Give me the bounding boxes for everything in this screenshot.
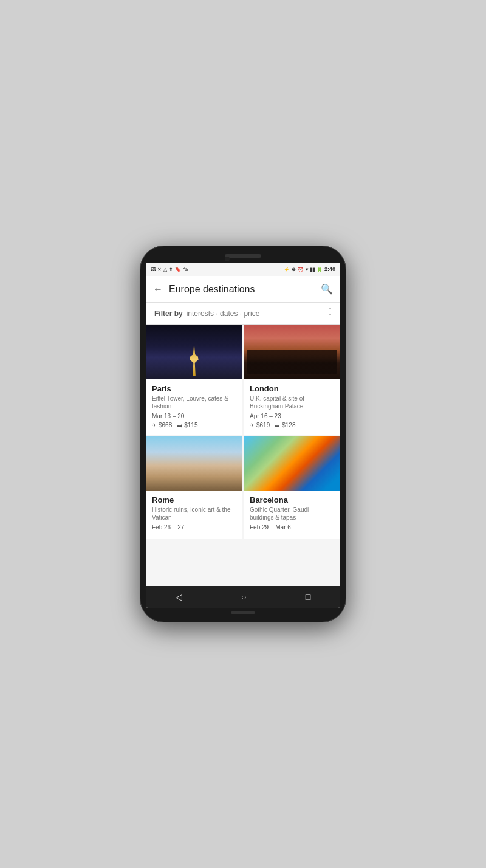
page-title: Europe destinations [169,284,315,295]
status-bar: 🖼 ✕ △ ⬆ 🔖 🛍 ⚡ ⊖ ⏰ ▾ ▮▮ 🔋 2:40 [146,263,340,276]
phone-speaker [225,254,261,258]
bluetooth-icon: ⚡ [284,267,290,272]
recent-nav-button[interactable]: □ [298,588,318,605]
app-bar: ← Europe destinations 🔍 [146,276,340,303]
rome-image [146,436,242,491]
paris-flight-price: ✈ $668 [152,422,172,429]
hotel-icon: 🛏 [177,422,182,429]
img-status-icon: 🖼 [151,267,156,272]
status-icons-right: ⚡ ⊖ ⏰ ▾ ▮▮ 🔋 2:40 [284,266,335,272]
destination-card-london[interactable]: London U.K. capital & site of Buckingham… [244,325,340,435]
phone-device: 🖼 ✕ △ ⬆ 🔖 🛍 ⚡ ⊖ ⏰ ▾ ▮▮ 🔋 2:40 ← Europe d… [140,246,346,622]
barcelona-image [244,436,340,491]
back-nav-button[interactable]: ◁ [168,588,190,605]
paris-prices: ✈ $668 🛏 $115 [152,422,236,429]
signal-icon: ▮▮ [310,267,315,272]
london-flight-price: ✈ $619 [250,422,270,429]
filter-bar[interactable]: Filter by interests · dates · price ˄ ˅ [146,303,340,325]
phone-bottom-bar [231,611,255,614]
rome-desc: Historic ruins, iconic art & the Vatican [152,506,236,522]
bookmark-status-icon: 🔖 [175,267,181,272]
phone-camera [225,257,230,261]
flight-icon-london: ✈ [250,422,255,429]
paris-info: Paris Eiffel Tower, Louvre, cafes & fash… [146,379,242,435]
destinations-row-1: Paris Eiffel Tower, Louvre, cafes & fash… [146,325,340,435]
paris-city: Paris [152,384,236,393]
rome-dates: Feb 26 – 27 [152,524,236,531]
filter-label: Filter by [154,309,183,318]
paris-dates: Mar 13 – 20 [152,413,236,419]
alarm-icon: ⏰ [298,267,304,272]
status-icons-left: 🖼 ✕ △ ⬆ 🔖 🛍 [151,267,188,272]
back-button[interactable]: ← [153,284,163,295]
destination-card-barcelona[interactable]: Barcelona Gothic Quarter, Gaudi building… [244,436,340,539]
destinations-row-2: Rome Historic ruins, iconic art & the Va… [146,436,340,539]
london-desc: U.K. capital & site of Buckingham Palace [250,394,334,410]
drive-status-icon: △ [163,267,167,272]
destination-card-rome[interactable]: Rome Historic ruins, iconic art & the Va… [146,436,242,539]
battery-icon: 🔋 [317,267,323,272]
bottom-nav: ◁ ○ □ [146,586,340,608]
destination-card-paris[interactable]: Paris Eiffel Tower, Louvre, cafes & fash… [146,325,242,435]
london-prices: ✈ $619 🛏 $128 [250,422,334,429]
filter-chevron-icon: ˄ ˅ [329,308,332,320]
home-nav-button[interactable]: ○ [234,588,253,605]
london-city: London [250,384,334,393]
london-info: London U.K. capital & site of Buckingham… [244,379,340,435]
flight-icon: ✈ [152,422,157,429]
search-button[interactable]: 🔍 [321,283,333,295]
eiffel-tower-shape [187,343,202,376]
x-status-icon: ✕ [157,267,162,272]
destinations-grid: Paris Eiffel Tower, Louvre, cafes & fash… [146,325,340,586]
wifi-icon: ▾ [306,267,308,272]
london-dates: Apr 16 – 23 [250,413,334,419]
hotel-icon-london: 🛏 [275,422,280,429]
minus-circle-icon: ⊖ [292,267,296,272]
paris-image [146,325,242,379]
paris-desc: Eiffel Tower, Louvre, cafes & fashion [152,394,236,410]
phone-screen: 🖼 ✕ △ ⬆ 🔖 🛍 ⚡ ⊖ ⏰ ▾ ▮▮ 🔋 2:40 ← Europe d… [146,263,340,608]
barcelona-dates: Feb 29 – Mar 6 [250,524,334,531]
rome-info: Rome Historic ruins, iconic art & the Va… [146,491,242,539]
london-image [244,325,340,379]
filter-options: interests · dates · price [187,309,329,318]
barcelona-desc: Gothic Quarter, Gaudi buildings & tapas [250,506,334,522]
barcelona-city: Barcelona [250,495,334,505]
paris-hotel-price: 🛏 $115 [177,422,197,429]
time-display: 2:40 [324,266,335,272]
rome-city: Rome [152,495,236,505]
barcelona-info: Barcelona Gothic Quarter, Gaudi building… [244,491,340,539]
upload-status-icon: ⬆ [169,267,173,272]
bag-status-icon: 🛍 [183,267,188,272]
london-hotel-price: 🛏 $128 [275,422,295,429]
